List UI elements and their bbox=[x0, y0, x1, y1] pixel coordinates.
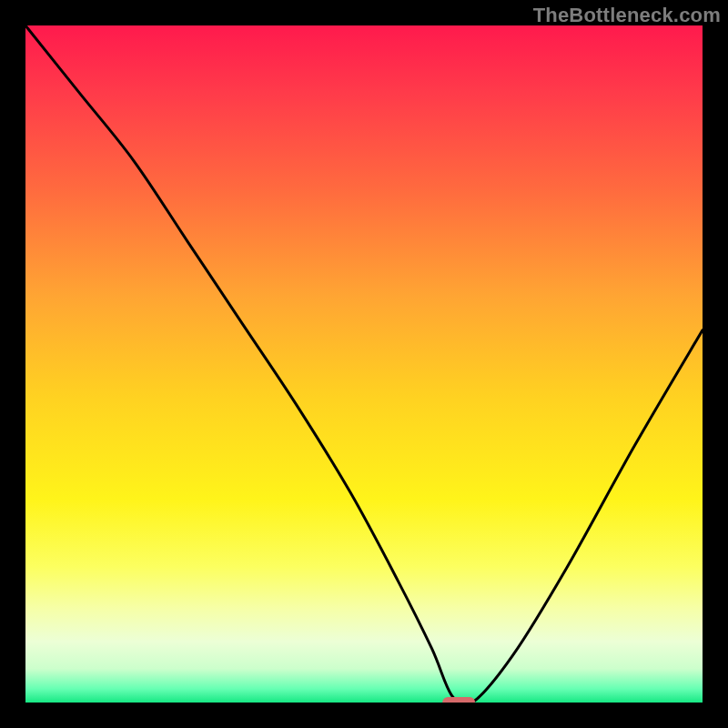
bottleneck-curve-path bbox=[25, 25, 703, 703]
plot-area bbox=[25, 25, 703, 703]
optimal-marker bbox=[442, 697, 475, 703]
chart-frame: TheBottleneck.com bbox=[0, 0, 728, 728]
curve-svg bbox=[25, 25, 703, 703]
watermark-text: TheBottleneck.com bbox=[533, 4, 721, 27]
